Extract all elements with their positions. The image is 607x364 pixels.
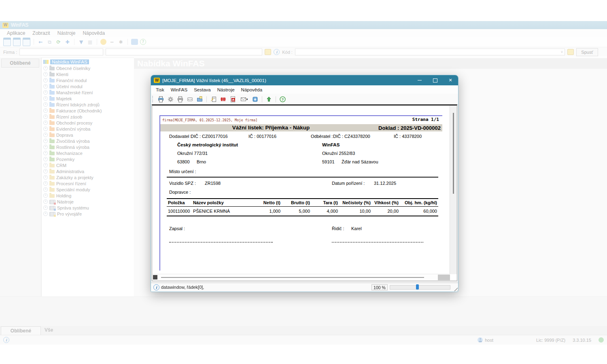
zoom-slider-thumb[interactable] <box>416 284 419 290</box>
expand-icon[interactable]: + <box>43 90 48 95</box>
user-icon[interactable] <box>100 39 106 45</box>
expand-icon[interactable]: + <box>43 84 48 89</box>
open-folder-icon[interactable] <box>265 49 271 55</box>
page-width-button[interactable] <box>186 95 194 104</box>
dialog-menu-item[interactable]: Nápověda <box>238 87 265 92</box>
minus-icon[interactable]: − <box>108 39 115 45</box>
tree-item[interactable]: + Účetní modul <box>43 83 134 89</box>
expand-icon[interactable]: + <box>43 114 48 119</box>
expand-icon[interactable]: + <box>43 145 48 149</box>
tree-item[interactable]: + Klienti <box>43 71 134 77</box>
info-icon[interactable]: i <box>274 49 280 55</box>
main-menu-item[interactable]: Nápověda <box>79 30 108 36</box>
expand-icon[interactable]: + <box>43 181 48 186</box>
expand-icon[interactable]: + <box>43 72 48 76</box>
vertical-scrollbar[interactable] <box>450 106 457 274</box>
dialog-menu-item[interactable]: WinFAS <box>168 87 191 92</box>
expand-icon[interactable]: + <box>43 96 48 101</box>
tab-oblibene[interactable]: Oblíbené <box>1 326 41 335</box>
tree-item[interactable]: + Finanční modul <box>43 77 134 83</box>
tree-item[interactable]: + Mechanizace <box>43 150 134 156</box>
printer-setup-button[interactable] <box>176 95 185 104</box>
dialog-menu-item[interactable]: Sestava <box>191 87 214 92</box>
window-new-icon[interactable] <box>3 38 11 46</box>
copy-icon[interactable]: ⧉ <box>46 39 53 45</box>
chat-icon[interactable] <box>131 39 138 45</box>
expand-icon[interactable]: + <box>43 151 48 155</box>
expand-icon[interactable]: + <box>43 199 48 204</box>
firma-input[interactable] <box>19 49 103 55</box>
horizontal-scrollbar-thumb[interactable] <box>153 275 157 279</box>
expand-icon[interactable]: + <box>43 187 48 192</box>
window-tile-icon[interactable] <box>23 38 30 46</box>
tree-item[interactable]: + Řízení lidských zdrojů <box>43 102 134 108</box>
goto-data-button[interactable] <box>209 95 218 104</box>
print-settings-button[interactable] <box>166 95 175 104</box>
resize-grip[interactable] <box>452 286 458 291</box>
email-button[interactable]: ▾ <box>238 95 250 104</box>
expand-icon[interactable]: + <box>43 205 48 210</box>
email-caret-icon[interactable]: ▾ <box>246 97 248 101</box>
expand-icon[interactable]: + <box>43 78 48 83</box>
tree-item[interactable]: + Speciální moduly <box>43 186 134 193</box>
expand-icon[interactable]: + <box>43 169 48 174</box>
minimize-button[interactable] <box>412 75 427 85</box>
dialog-menu-item[interactable]: Tisk <box>153 87 168 92</box>
settings-gear-icon[interactable]: ✱ <box>117 39 124 45</box>
tree-item[interactable]: + Evidenční výroba <box>43 126 134 132</box>
tree-item[interactable]: + Nástroje <box>43 199 134 205</box>
tree-item[interactable]: + Pro vývojáře <box>43 211 134 217</box>
close-button[interactable]: ✕ <box>443 75 458 85</box>
tree-root-item[interactable]: Nabídka WinFAS <box>43 59 134 65</box>
import-button[interactable] <box>251 95 259 104</box>
tree-item[interactable]: + Pozemky <box>43 156 134 162</box>
tree-item[interactable]: + Obchodní procesy <box>43 120 134 126</box>
tree-item[interactable]: + CRM <box>43 162 134 168</box>
expand-icon[interactable]: + <box>43 66 48 70</box>
tree-item[interactable]: + Rostlinná výroba <box>43 144 134 150</box>
export-columns-button[interactable] <box>219 95 227 104</box>
expand-icon[interactable]: + <box>43 127 48 131</box>
move-icon[interactable]: ✚ <box>64 39 71 45</box>
tree-item[interactable]: + Živočišná výroba <box>43 138 134 144</box>
favorites-header[interactable]: Oblíbené <box>1 59 39 68</box>
window-cascade-icon[interactable] <box>13 38 21 46</box>
tree-item[interactable]: + Správa systému <box>43 205 134 211</box>
tree-item[interactable]: + Fakturace (Obchodník) <box>43 108 134 114</box>
expand-icon[interactable]: + <box>43 133 48 137</box>
tree-item[interactable]: + Řízení zásob <box>43 114 134 120</box>
help-icon[interactable]: ? <box>140 39 146 45</box>
main-menu-item[interactable]: Zobrazit <box>29 30 53 36</box>
tree-item[interactable]: + Holding <box>43 193 134 199</box>
kod-input[interactable]: ∨ <box>295 49 565 55</box>
tree-item[interactable]: + Obecné číselníky <box>43 65 134 71</box>
tree-item[interactable]: + Administrativa <box>43 168 134 174</box>
dialog-menu-item[interactable]: Nástroje <box>214 87 238 92</box>
expand-icon[interactable]: + <box>43 193 48 198</box>
grid-icon[interactable]: ▦ <box>87 39 93 45</box>
filter-icon[interactable]: ▼ <box>78 39 85 45</box>
expand-icon[interactable]: + <box>43 108 48 113</box>
run-button[interactable]: Spusť <box>576 48 598 56</box>
expand-icon[interactable]: + <box>43 102 48 107</box>
zoom-slider[interactable] <box>390 285 450 290</box>
tree-item[interactable]: + Manažerské řízení <box>43 89 134 95</box>
maximize-button[interactable] <box>427 75 443 85</box>
expand-icon[interactable]: + <box>43 163 48 167</box>
help-button[interactable]: ? <box>278 95 287 104</box>
tab-vse[interactable]: Vše <box>45 327 53 333</box>
refresh-icon[interactable]: ⟳ <box>55 39 62 45</box>
back-icon[interactable]: ← <box>37 39 44 45</box>
tree-item[interactable]: + Majetek <box>43 95 134 102</box>
open-folder-icon[interactable] <box>567 49 574 55</box>
tree-item[interactable]: + Doprava <box>43 132 134 138</box>
tree-item[interactable]: + Procesní řízení <box>43 180 134 186</box>
firma-name-input[interactable] <box>106 49 262 55</box>
expand-icon[interactable]: + <box>43 139 48 143</box>
main-menu-item[interactable]: Nástroje <box>54 30 79 36</box>
expand-icon[interactable]: + <box>43 157 48 161</box>
chevron-down-icon[interactable]: ∨ <box>560 50 563 54</box>
expand-icon[interactable]: + <box>43 212 48 216</box>
dialog-titlebar[interactable]: W [MOJE_FIRMA] Vážní lístek (45__VAZLIS_… <box>151 75 458 85</box>
save-report-button[interactable] <box>195 95 204 104</box>
